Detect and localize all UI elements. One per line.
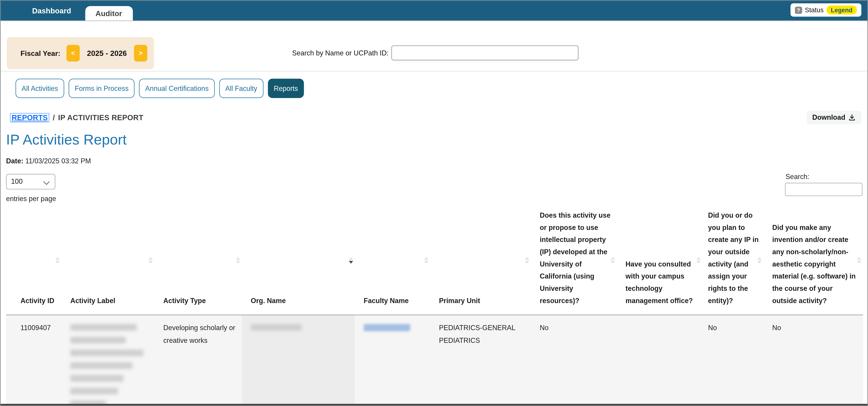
sort-icon[interactable]: [696, 257, 701, 264]
page-size-select-wrap: 100: [6, 174, 55, 190]
cell-invention-or-copyright: No: [763, 315, 863, 406]
column-header-activity-id[interactable]: Activity ID: [6, 206, 62, 315]
sort-icon[interactable]: [611, 257, 615, 264]
table-header-row: Activity ID Activity Label Activity Type…: [6, 206, 863, 315]
fiscal-year-label: Fiscal Year:: [21, 49, 60, 57]
column-header-label: Primary Unit: [439, 297, 480, 305]
cell-faculty-name-redacted: [355, 315, 430, 406]
ip-activities-table: Activity ID Activity Label Activity Type…: [6, 206, 863, 406]
report-nav-buttons: All Activities Forms in Process Annual C…: [16, 79, 867, 98]
column-header-label: Did you make any invention and/or create…: [772, 224, 856, 305]
column-header-org-name[interactable]: Org. Name: [242, 206, 355, 315]
column-header-invention-or-copyright[interactable]: Did you make any invention and/or create…: [763, 206, 863, 315]
column-header-label: Activity ID: [21, 297, 54, 305]
column-header-consulted-tech-office[interactable]: Have you consulted with your campus tech…: [617, 206, 703, 315]
fiscal-year-value: 2025 - 2026: [87, 49, 127, 57]
redacted-text: [70, 362, 132, 369]
top-navigation-bar: Dashboard Auditor ? Status Legend: [0, 0, 867, 21]
page-size-select[interactable]: 100: [7, 174, 55, 189]
column-header-primary-unit[interactable]: Primary Unit: [430, 206, 531, 315]
nav-button-reports[interactable]: Reports: [268, 79, 304, 98]
cell-org-name-redacted: [242, 315, 355, 406]
sort-desc-icon[interactable]: [349, 257, 353, 264]
page-title: IP Activities Report: [6, 131, 868, 149]
breadcrumb-reports-link[interactable]: REPORTS: [10, 113, 50, 122]
global-search: Search by Name or UCPath ID:: [292, 46, 578, 60]
global-search-input[interactable]: [392, 46, 579, 60]
cell-activity-label-redacted: [62, 315, 155, 406]
column-header-create-ip-outside[interactable]: Did you or do you plan to create any IP …: [703, 206, 763, 315]
date-value: 11/03/2025 03:32 PM: [25, 157, 91, 165]
nav-button-forms-in-process[interactable]: Forms in Process: [68, 79, 135, 98]
sort-icon[interactable]: [148, 257, 153, 264]
redacted-text: [70, 388, 118, 395]
cell-uses-university-ip: No: [531, 315, 617, 406]
column-header-label: Faculty Name: [364, 297, 409, 305]
redacted-text: [70, 349, 144, 356]
cell-create-ip-outside: No: [703, 315, 763, 406]
sort-icon[interactable]: [424, 257, 429, 264]
download-icon: [848, 114, 856, 121]
sort-icon[interactable]: [857, 257, 861, 264]
cell-consulted-tech-office: [617, 315, 703, 406]
cell-activity-id: 11009407: [6, 315, 62, 406]
tab-auditor[interactable]: Auditor: [85, 6, 133, 21]
redacted-faculty-link[interactable]: [364, 324, 410, 331]
status-legend-box: ? Status Legend: [790, 3, 861, 17]
column-header-activity-type[interactable]: Activity Type: [154, 206, 242, 315]
download-button[interactable]: Download: [807, 111, 861, 124]
window-bottom-edge: [0, 404, 867, 405]
column-header-label: Activity Label: [70, 297, 115, 305]
table-controls: 100 entries per page Search:: [0, 173, 867, 203]
cell-primary-unit: PEDIATRICS-GENERAL PEDIATRICS: [430, 315, 531, 406]
fiscal-year-next-button[interactable]: >: [134, 45, 147, 61]
column-header-faculty-name[interactable]: Faculty Name: [355, 206, 430, 315]
column-header-activity-label[interactable]: Activity Label: [62, 206, 155, 315]
report-date: Date: 11/03/2025 03:32 PM: [6, 157, 868, 165]
tab-dashboard[interactable]: Dashboard: [23, 0, 81, 21]
breadcrumb: REPORTS / IP ACTIVITIES REPORT Download: [10, 111, 861, 124]
sort-icon[interactable]: [525, 257, 529, 264]
fiscal-search-row: Fiscal Year: < 2025 - 2026 > Search by N…: [0, 37, 867, 69]
column-header-label: Have you consulted with your campus tech…: [625, 260, 693, 305]
app-window: Dashboard Auditor ? Status Legend Fiscal…: [0, 0, 868, 406]
cell-activity-type: Developing scholarly or creative works: [154, 315, 242, 406]
nav-button-annual-certifications[interactable]: Annual Certifications: [139, 79, 215, 98]
date-label: Date:: [6, 157, 23, 165]
table-row: 11009407 Developing scholarly or creativ…: [6, 315, 863, 406]
sort-icon[interactable]: [757, 257, 762, 264]
nav-button-all-activities[interactable]: All Activities: [16, 79, 64, 98]
help-icon: ?: [795, 6, 802, 13]
entries-per-page-label: entries per page: [6, 195, 56, 203]
redacted-text: [70, 337, 126, 343]
table-search-input[interactable]: [785, 183, 862, 196]
sort-icon[interactable]: [55, 257, 60, 264]
fiscal-year-bar: Fiscal Year: < 2025 - 2026 >: [7, 37, 154, 69]
redacted-text: [70, 324, 137, 330]
sort-icon[interactable]: [236, 257, 241, 264]
fiscal-year-prev-button[interactable]: <: [66, 45, 80, 61]
breadcrumb-current: IP ACTIVITIES REPORT: [58, 113, 144, 122]
status-label: Status: [805, 6, 824, 14]
table-search-label: Search:: [785, 173, 809, 181]
section-divider: [0, 71, 867, 71]
download-label: Download: [812, 114, 845, 121]
redacted-text: [70, 375, 124, 382]
column-header-label: Does this activity use or propose to use…: [540, 211, 611, 305]
breadcrumb-separator: /: [53, 113, 55, 122]
redacted-text: [251, 324, 302, 330]
column-header-uses-university-ip[interactable]: Does this activity use or propose to use…: [531, 206, 617, 315]
column-header-label: Org. Name: [251, 297, 286, 305]
global-search-label: Search by Name or UCPath ID:: [292, 49, 389, 57]
column-header-label: Activity Type: [163, 297, 206, 305]
nav-button-all-faculty[interactable]: All Faculty: [219, 79, 263, 98]
legend-button[interactable]: Legend: [827, 5, 857, 14]
column-header-label: Did you or do you plan to create any IP …: [708, 211, 758, 305]
